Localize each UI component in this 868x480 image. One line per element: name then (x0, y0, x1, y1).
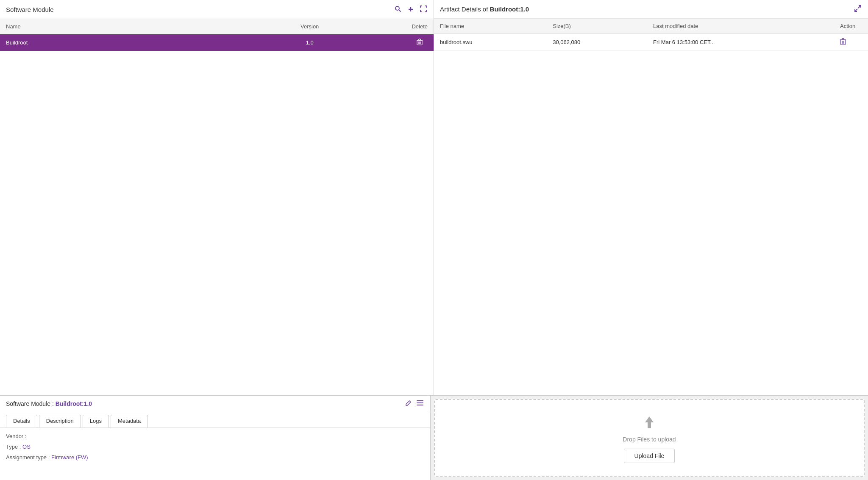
svg-marker-21 (645, 416, 654, 428)
artifact-filename: buildroot.swu (434, 34, 547, 51)
tabs-container: Details Description Logs Metadata (0, 412, 430, 428)
software-module-header-icons: + (394, 4, 428, 14)
artifact-trash-icon (840, 38, 846, 45)
type-row: Type : OS (6, 444, 424, 450)
trash-icon (417, 39, 423, 45)
add-button[interactable]: + (407, 4, 414, 14)
software-module-table-container: Name Version Delete Buildroot 1.0 (0, 19, 434, 395)
expand-button[interactable] (419, 5, 428, 14)
artifact-action[interactable] (834, 34, 868, 51)
module-details-title: Software Module : Buildroot:1.0 (6, 400, 92, 407)
vendor-row: Vendor : (6, 433, 424, 439)
search-button[interactable] (394, 5, 402, 14)
artifact-delete-icon[interactable] (840, 39, 846, 46)
tab-details[interactable]: Details (6, 415, 37, 427)
svg-point-0 (395, 6, 399, 10)
type-value: OS (22, 444, 31, 450)
svg-rect-18 (417, 400, 423, 401)
svg-rect-19 (417, 402, 423, 403)
col-header-version: Version (214, 19, 406, 34)
software-module-header: Software Module + (0, 0, 434, 19)
software-module-panel: Software Module + (0, 0, 434, 395)
module-details-title-module: Buildroot:1.0 (56, 400, 92, 407)
expand-icon (420, 6, 427, 12)
upload-arrow-icon (641, 413, 658, 433)
list-button[interactable] (416, 399, 424, 408)
row-delete[interactable] (406, 34, 434, 51)
artifact-col-filename: File name (434, 19, 547, 34)
artifact-col-size: Size(B) (547, 19, 647, 34)
upload-file-button[interactable]: Upload File (624, 449, 675, 463)
tab-description[interactable]: Description (39, 415, 81, 427)
col-header-name: Name (0, 19, 214, 34)
col-header-delete: Delete (406, 19, 434, 34)
svg-rect-20 (417, 405, 423, 405)
type-label: Type : (6, 444, 21, 450)
module-detail-icons (404, 399, 424, 408)
software-module-table-header-row: Name Version Delete (0, 19, 434, 34)
delete-icon[interactable] (417, 39, 423, 47)
assignment-type-label: Assignment type : (6, 454, 50, 461)
upload-panel: Drop Files to upload Upload File (434, 399, 865, 477)
tab-logs[interactable]: Logs (83, 415, 109, 427)
artifact-expand-icon (854, 5, 861, 12)
artifact-last-modified: Fri Mar 6 13:53:00 CET... (647, 34, 834, 51)
artifact-details-header: Artifact Details of Buildroot:1.0 (434, 0, 868, 19)
artifact-table-header-row: File name Size(B) Last modified date Act… (434, 19, 868, 34)
svg-line-1 (399, 10, 401, 12)
artifact-col-last-modified: Last modified date (647, 19, 834, 34)
artifact-details-title: Artifact Details of Buildroot:1.0 (440, 6, 529, 13)
artifact-table-container: File name Size(B) Last modified date Act… (434, 19, 868, 395)
assignment-type-row: Assignment type : Firmware (FW) (6, 454, 424, 461)
row-version: 1.0 (214, 34, 406, 51)
artifact-title-module: Buildroot:1.0 (490, 6, 529, 13)
module-details-title-prefix: Software Module : (6, 400, 56, 407)
search-icon (395, 6, 401, 12)
row-name: Buildroot (0, 34, 214, 51)
software-module-title: Software Module (6, 6, 54, 13)
artifact-table: File name Size(B) Last modified date Act… (434, 19, 868, 51)
artifact-title-prefix: Artifact Details of (440, 6, 490, 13)
table-row[interactable]: Buildroot 1.0 (0, 34, 434, 51)
tab-metadata[interactable]: Metadata (111, 415, 148, 427)
assignment-type-value: Firmware (FW) (51, 454, 88, 461)
artifact-expand-button[interactable] (854, 4, 862, 14)
artifact-col-action: Action (834, 19, 868, 34)
artifact-size: 30,062,080 (547, 34, 647, 51)
download-arrow-icon (641, 413, 658, 430)
artifact-table-row[interactable]: buildroot.swu 30,062,080 Fri Mar 6 13:53… (434, 34, 868, 51)
upload-drop-text: Drop Files to upload (623, 436, 676, 443)
module-details-panel: Software Module : Buildroot:1.0 (0, 396, 431, 480)
software-module-table: Name Version Delete Buildroot 1.0 (0, 19, 434, 51)
artifact-details-panel: Artifact Details of Buildroot:1.0 File n… (434, 0, 868, 395)
edit-icon (405, 400, 412, 406)
tab-details-content: Vendor : Type : OS Assignment type : Fir… (0, 428, 430, 480)
vendor-label: Vendor : (6, 433, 26, 439)
module-details-header: Software Module : Buildroot:1.0 (0, 396, 430, 412)
edit-button[interactable] (404, 399, 412, 408)
list-icon (417, 400, 423, 406)
